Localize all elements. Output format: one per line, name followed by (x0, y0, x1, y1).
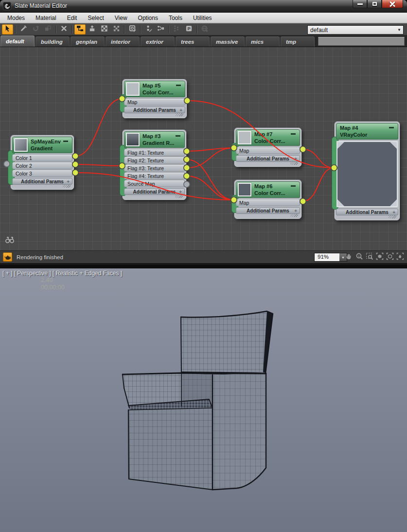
node-slot-color-2[interactable]: Color 2 (12, 162, 72, 169)
node-map7[interactable]: Map #7Color Corr...MapAdditional Params+ (234, 128, 301, 167)
node-slot-flag-3-texture[interactable]: Flag #3: Texture (124, 164, 185, 172)
menu-options[interactable]: Options (133, 14, 163, 22)
put-to-library-button[interactable] (87, 24, 98, 35)
menu-view[interactable]: View (109, 14, 133, 22)
node-resize-grip[interactable] (123, 113, 186, 117)
node-map3[interactable]: Map #3Gradient R...Flag #1: TextureFlag … (123, 130, 186, 200)
tab-genplan[interactable]: genplan (71, 36, 105, 47)
maximize-button[interactable] (367, 0, 382, 8)
tab-trees[interactable]: trees (176, 36, 210, 47)
wire-map7-out-to-map4-input[interactable] (303, 149, 334, 168)
collapse-icon[interactable] (291, 185, 296, 187)
connect-nodes-button[interactable] (155, 24, 166, 35)
expand-params-icon[interactable]: + (67, 178, 70, 185)
node-spmayaenv[interactable]: SpMayaEnvGradientColor 1Color 2Color 3Ad… (11, 135, 74, 190)
node-resize-grip[interactable] (11, 185, 73, 189)
expand-params-icon[interactable]: + (179, 107, 182, 113)
node-slot-flag-2-texture[interactable]: Flag #2: Texture (124, 157, 185, 164)
node-slot-source-map[interactable]: Source Map (124, 180, 185, 187)
expand-params-icon[interactable]: + (392, 209, 395, 215)
dropdown-arrow-icon[interactable]: ▼ (395, 28, 403, 32)
wire-map3-Flag-#1-to-map7-Map[interactable] (187, 148, 234, 151)
node-slot-map[interactable]: Map (124, 98, 185, 106)
minimize-button[interactable] (353, 0, 367, 8)
find-binoculars-icon[interactable] (5, 236, 15, 244)
wireframe-chair-model[interactable] (0, 268, 407, 532)
node-header[interactable]: SpMayaEnvGradient (12, 137, 72, 153)
expand-params-icon[interactable]: + (294, 208, 297, 214)
node-header[interactable]: Map #3Gradient R... (124, 131, 185, 148)
render-map-button[interactable] (199, 24, 211, 35)
node-graph-canvas[interactable]: SpMayaEnvGradientColor 1Color 2Color 3Ad… (0, 47, 407, 250)
select-tool-button[interactable] (2, 24, 13, 35)
show-background-button[interactable] (111, 24, 122, 35)
sort-nodes-button[interactable] (143, 24, 154, 35)
node-header[interactable]: Map #4VRayColor (336, 123, 398, 140)
collapse-icon[interactable] (176, 135, 180, 137)
material-preview-window-button[interactable] (127, 24, 138, 35)
show-map-in-viewport-button[interactable] (99, 24, 110, 35)
menu-tools[interactable]: Tools (163, 14, 188, 22)
additional-params-row[interactable]: Additional Params+ (124, 106, 185, 113)
tab-default[interactable]: default (0, 35, 35, 47)
expand-params-icon[interactable]: + (294, 156, 297, 162)
pick-material-from-object-button[interactable] (18, 24, 29, 35)
collapse-icon[interactable] (176, 85, 181, 86)
window-titlebar[interactable]: Slate Material Editor (0, 0, 407, 13)
zoom-region-button[interactable] (365, 252, 374, 262)
show-values-button[interactable] (171, 24, 182, 35)
node-header[interactable]: Map #6Color Corr... (236, 181, 300, 198)
wire-map3-Flag-#3-to-map7-Map[interactable] (187, 148, 234, 168)
assign-material-button[interactable] (42, 24, 53, 35)
tab-tmp[interactable]: tmp (281, 36, 315, 47)
menu-material[interactable]: Material (30, 14, 62, 22)
node-resize-grip[interactable] (123, 195, 186, 199)
close-button[interactable] (382, 0, 403, 8)
additional-params-row[interactable]: Additional Params+ (336, 209, 398, 215)
additional-params-row[interactable]: Additional Params+ (124, 188, 185, 195)
zoom-view-button[interactable]: ± (354, 252, 364, 262)
node-resize-grip[interactable] (235, 162, 301, 166)
menu-utilities[interactable]: Utilities (188, 14, 217, 22)
pan-view-button[interactable] (344, 252, 354, 262)
menu-select[interactable]: Select (82, 14, 109, 22)
tab-mics[interactable]: mics (246, 36, 280, 47)
perspective-viewport[interactable]: [ + ] [ Perspective ] [ Realistic + Edge… (0, 268, 407, 532)
delete-selected-button[interactable] (58, 24, 70, 35)
node-map5[interactable]: Map #5Color Corr...MapAdditional Params+ (123, 79, 187, 118)
zoom-level-dropdown[interactable]: 91% ▼ (314, 253, 347, 262)
tab-extrior[interactable]: extrior (141, 36, 175, 47)
additional-params-row[interactable]: Additional Params+ (236, 155, 300, 162)
additional-params-row[interactable]: Additional Params+ (12, 178, 72, 185)
collapse-icon[interactable] (389, 127, 394, 128)
tab-interior[interactable]: interior (106, 36, 140, 47)
node-slot-color-3[interactable]: Color 3 (12, 170, 72, 177)
node-header[interactable]: Map #7Color Corr... (236, 129, 300, 146)
node-slot-color-1[interactable]: Color 1 (12, 154, 72, 161)
node-resize-grip[interactable] (235, 214, 301, 218)
wire-spmayaenv-Color-1-to-map5-Map[interactable] (75, 99, 122, 156)
wire-spmayaenv-Color-2-to-map3-input[interactable] (75, 164, 122, 166)
node-map4[interactable]: Map #4VRayColorAdditional Params+ (335, 122, 400, 220)
node-resize-grip[interactable] (335, 215, 399, 219)
loop-tool-button[interactable] (30, 24, 41, 35)
pan-to-selected-button[interactable] (395, 252, 405, 262)
node-slot-flag-1-texture[interactable]: Flag #1: Texture (124, 149, 185, 156)
collapse-icon[interactable] (291, 133, 296, 135)
collapse-icon[interactable] (63, 141, 68, 142)
menu-edit[interactable]: Edit (62, 14, 83, 22)
node-map6[interactable]: Map #6Color Corr...MapAdditional Params+ (234, 180, 301, 219)
wire-map6-out-to-map4-input[interactable] (303, 168, 334, 201)
viewport-label[interactable]: [ + ] [ Perspective ] [ Realistic + Edge… (2, 270, 122, 277)
node-slot-map[interactable]: Map (236, 147, 300, 154)
expand-params-icon[interactable]: + (179, 189, 182, 195)
node-slot-flag-4-texture[interactable]: Flag #4: Texture (124, 172, 185, 179)
tab-building[interactable]: building (35, 36, 70, 47)
zoom-extents-button[interactable] (375, 252, 385, 262)
material-library-dropdown[interactable]: default ▼ (307, 25, 404, 35)
node-slot-map[interactable]: Map (236, 199, 300, 206)
zoom-extents-selected-button[interactable] (385, 252, 395, 262)
additional-params-row[interactable]: Additional Params+ (236, 207, 300, 214)
wire-map3-Flag-#2-to-map6-Map[interactable] (187, 160, 234, 200)
node-header[interactable]: Map #5Color Corr... (124, 81, 185, 97)
